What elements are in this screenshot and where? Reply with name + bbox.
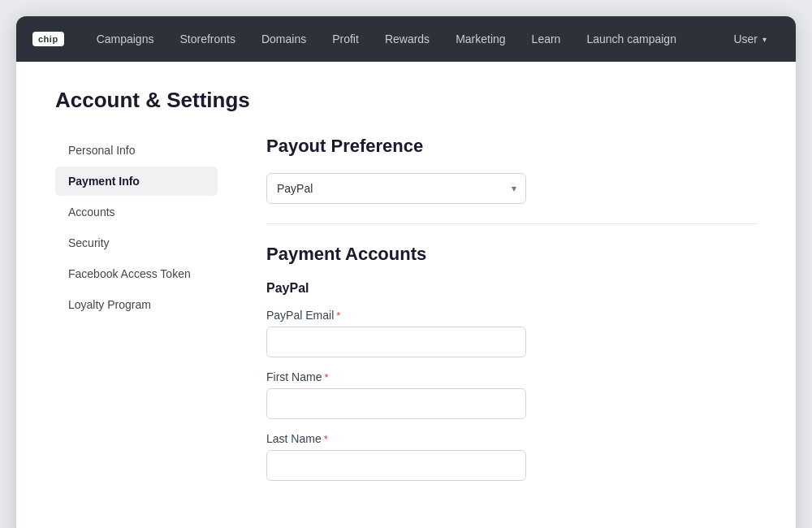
sidebar-item-facebook-access-token[interactable]: Facebook Access Token xyxy=(55,259,218,288)
chip-logo-text: chip xyxy=(32,32,64,46)
main-content: Account & Settings Personal Info Payment… xyxy=(16,62,796,528)
nav-item-campaigns[interactable]: Campaigns xyxy=(84,16,167,62)
content-wrapper: Account & Settings Personal Info Payment… xyxy=(55,88,757,518)
payout-select-wrapper: PayPal Bank Transfer Check ▾ xyxy=(266,173,526,204)
payout-preference-title: Payout Preference xyxy=(266,136,757,157)
sidebar: Personal Info Payment Info Accounts Secu… xyxy=(55,136,218,494)
paypal-email-input[interactable] xyxy=(266,327,526,357)
content-body: Personal Info Payment Info Accounts Secu… xyxy=(55,136,757,494)
sidebar-item-personal-info[interactable]: Personal Info xyxy=(55,136,218,165)
last-name-group: Last Name * xyxy=(266,432,757,481)
right-panel: Payout Preference PayPal Bank Transfer C… xyxy=(218,136,757,494)
paypal-email-group: PayPal Email * xyxy=(266,309,757,357)
page-title: Account & Settings xyxy=(55,88,757,113)
brand-logo[interactable]: chip xyxy=(32,32,64,46)
nav-item-user[interactable]: User ▾ xyxy=(720,16,780,62)
nav-item-marketing[interactable]: Marketing xyxy=(443,16,518,62)
last-name-input[interactable] xyxy=(266,450,526,481)
sidebar-item-security[interactable]: Security xyxy=(55,228,218,258)
first-name-group: First Name * xyxy=(266,370,757,419)
last-name-required-star: * xyxy=(324,433,328,445)
payout-select[interactable]: PayPal Bank Transfer Check xyxy=(266,173,526,204)
first-name-required-star: * xyxy=(324,371,328,383)
sidebar-item-payment-info[interactable]: Payment Info xyxy=(55,167,218,196)
nav-item-rewards[interactable]: Rewards xyxy=(372,16,443,62)
section-divider xyxy=(266,223,757,224)
payment-accounts-title: Payment Accounts xyxy=(266,244,757,265)
first-name-label: First Name * xyxy=(266,370,757,383)
nav-item-storefronts[interactable]: Storefronts xyxy=(166,16,248,62)
first-name-input[interactable] xyxy=(266,388,526,419)
last-name-label: Last Name * xyxy=(266,432,757,445)
nav-item-profit[interactable]: Profit xyxy=(319,16,372,62)
paypal-email-required-star: * xyxy=(336,309,340,322)
user-menu-chevron-icon: ▾ xyxy=(762,35,767,44)
paypal-email-label: PayPal Email * xyxy=(266,309,757,322)
nav-item-launch-campaign[interactable]: Launch campaign xyxy=(573,16,689,62)
sidebar-item-accounts[interactable]: Accounts xyxy=(55,197,218,227)
app-window: chip Campaigns Storefronts Domains Profi… xyxy=(16,16,796,528)
nav-item-domains[interactable]: Domains xyxy=(248,16,319,62)
nav-item-learn[interactable]: Learn xyxy=(519,16,574,62)
sidebar-item-loyalty-program[interactable]: Loyalty Program xyxy=(55,290,218,319)
navbar: chip Campaigns Storefronts Domains Profi… xyxy=(16,16,796,62)
paypal-subsection-title: PayPal xyxy=(266,281,757,296)
navbar-nav: Campaigns Storefronts Domains Profit Rew… xyxy=(84,16,780,62)
